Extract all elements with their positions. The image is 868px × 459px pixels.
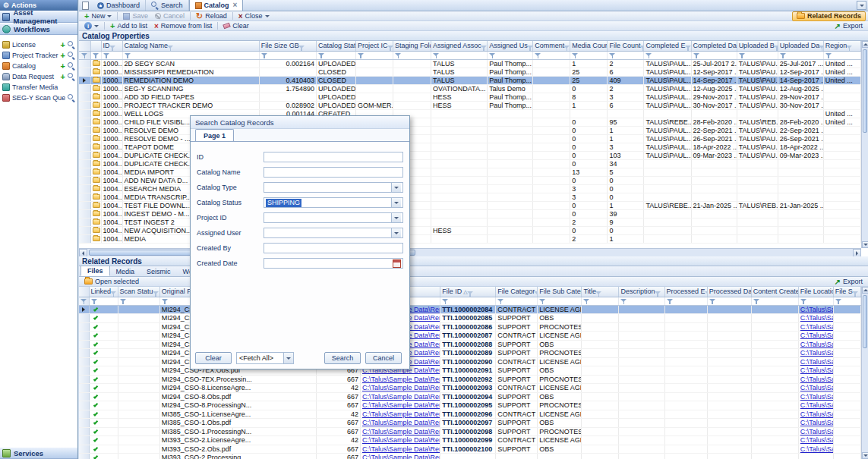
original-file-path-link[interactable]: C:\Talus\Sample Data\RemediationFiles\80… [362, 376, 440, 383]
close-tab-icon[interactable]: × [233, 2, 238, 8]
sidebar-item-license[interactable]: License+ [0, 39, 77, 50]
column-header-media-coun[interactable]: Media Coun [570, 41, 608, 51]
search-icon[interactable] [68, 62, 75, 70]
original-file-path-link[interactable]: C:\Talus\Sample Data\RemediationFiles\80… [362, 436, 440, 444]
filter-cell[interactable] [582, 297, 619, 305]
tab-catalog[interactable]: Catalog× [189, 0, 244, 11]
file-location-link[interactable]: C:\Talus\Sa... [800, 393, 834, 401]
view-options-button[interactable]: i [81, 21, 102, 30]
column-header-file-size-gb[interactable]: File Size GB [259, 41, 316, 51]
catalog-row[interactable]: 1000...2D SEGY SCAN0.002164UPLOADEDTALUS… [79, 59, 861, 68]
filter-cell[interactable] [440, 297, 496, 305]
scroll-down-icon[interactable] [862, 452, 868, 459]
filter-cell[interactable] [619, 297, 664, 305]
files-vertical-scrollbar[interactable] [861, 287, 868, 459]
scroll-down-icon[interactable] [862, 241, 868, 248]
file-location-link[interactable]: C:\Talus\Sa... [800, 358, 834, 366]
open-selected-button[interactable]: Open selected [81, 277, 142, 286]
catalog-status-field[interactable]: SHIPPING [264, 197, 403, 208]
add-icon[interactable]: + [61, 74, 65, 80]
filter-icon[interactable] [685, 45, 691, 51]
catalog-type-field[interactable] [264, 182, 403, 193]
sidebar-section-asset-management[interactable]: Asset Management [0, 11, 77, 23]
sidebar-item-seg-y-scan-queue[interactable]: SEG-Y Scan Queue [0, 93, 77, 103]
file-location-link[interactable]: C:\Talus\Sa... [800, 341, 834, 348]
original-file-path-link[interactable]: C:\Talus\Sample Data\RemediationFiles\80… [362, 393, 440, 401]
filter-cell[interactable] [496, 297, 538, 305]
catalog-row[interactable]: 1000...ADD 3D FIELD TAPESUPLOADEDHESSPau… [79, 93, 861, 101]
column-header-file-count[interactable]: File Count [608, 41, 644, 51]
filter-cell[interactable] [79, 297, 89, 305]
filter-cell[interactable] [89, 297, 118, 305]
search-icon[interactable] [68, 41, 75, 49]
file-row[interactable]: MI385_CSO-1.ProcessingN...667C:\Talus\Sa… [79, 427, 861, 436]
filter-cell[interactable] [737, 51, 778, 59]
column-header-uploaded-b[interactable]: Uploaded B [737, 41, 778, 51]
filter-cell[interactable] [316, 51, 355, 59]
catalog-vertical-scrollbar[interactable] [861, 41, 868, 248]
file-location-link[interactable]: C:\Talus\Sa... [800, 366, 834, 374]
column-header-catalog-statu[interactable]: Catalog Statu [316, 41, 355, 51]
file-location-link[interactable]: C:\Talus\Sa... [800, 332, 834, 339]
column-header-id[interactable]: ID [101, 41, 122, 51]
tab-dashboard[interactable]: Dashboard [92, 0, 146, 11]
file-location-link[interactable]: C:\Talus\Sa... [800, 419, 834, 426]
column-header-blank[interactable] [79, 287, 89, 297]
file-location-link[interactable]: C:\Talus\Sa... [800, 323, 834, 331]
tab-seismic[interactable]: Seismic [140, 266, 177, 276]
catalog-row[interactable]: 1000...SEG-Y SCANNING1.754890UPLOADEDOVA… [79, 84, 861, 93]
column-header-description[interactable]: Description [619, 287, 664, 297]
column-header-catalog-name[interactable]: Catalog Name [122, 41, 259, 51]
filter-cell[interactable] [664, 297, 707, 305]
column-header-linked[interactable]: Linked [89, 287, 118, 297]
filter-cell[interactable] [533, 51, 570, 59]
filter-icon[interactable] [110, 291, 116, 297]
original-file-path-link[interactable]: C:\Talus\Sample Data\RemediationFiles\80… [362, 428, 440, 435]
catalog-row[interactable]: 1000...PROJECT TRACKER DEMO0.028902UPLOA… [79, 101, 861, 109]
tab-list-dropdown[interactable] [857, 1, 866, 10]
catalog-row[interactable]: 1000...MISSISSIPPI REMEDIATIONCLOSEDTALU… [79, 68, 861, 76]
chevron-down-icon[interactable] [391, 213, 401, 222]
column-header-comment[interactable]: Comment [533, 41, 570, 51]
filter-cell[interactable] [751, 297, 798, 305]
export-button[interactable]: ↗ Export [832, 21, 866, 30]
filter-icon[interactable] [527, 45, 533, 51]
scroll-left-icon[interactable] [79, 249, 87, 256]
file-location-link[interactable]: C:\Talus\Sa... [800, 401, 834, 409]
search-icon[interactable] [68, 73, 75, 80]
calendar-icon[interactable] [393, 259, 401, 268]
filter-icon[interactable] [595, 291, 601, 297]
filter-cell[interactable] [90, 51, 101, 59]
scroll-up-icon[interactable] [862, 287, 868, 294]
filter-cell[interactable] [488, 51, 533, 59]
file-location-link[interactable]: C:\Talus\Sa... [800, 436, 834, 444]
id-field[interactable] [264, 152, 403, 162]
related-export-button[interactable]: ↗ Export [832, 277, 866, 286]
column-header-file-id[interactable]: File ID△ [440, 287, 496, 297]
column-header-processed-da[interactable]: Processed Da [707, 287, 751, 297]
column-header-region[interactable]: Region [823, 41, 860, 51]
column-header-content-created[interactable]: Content Created [751, 287, 798, 297]
original-file-path-link[interactable]: C:\Talus\Sample Data\RemediationFiles\80… [362, 454, 440, 459]
dialog-clear-button[interactable]: Clear [195, 352, 232, 364]
filter-icon[interactable] [467, 291, 473, 297]
file-location-link[interactable]: C:\Talus\Sa... [800, 410, 834, 418]
fetch-mode-dropdown[interactable]: <Fetch All> [236, 352, 294, 364]
catalog-row[interactable]: 1000...REMEDIATION DEMO0.410403CLOSEDTAL… [79, 76, 861, 84]
column-header-file-s[interactable]: File S [833, 287, 860, 297]
cancel-button[interactable]: Cancel [152, 11, 188, 20]
created-by-field[interactable] [264, 243, 403, 253]
filter-cell[interactable] [570, 51, 608, 59]
tab-files[interactable]: Files [80, 266, 110, 276]
save-button[interactable]: Save [120, 11, 151, 20]
column-header-file-sub-categ[interactable]: File Sub Categ [538, 287, 582, 297]
tab-media[interactable]: Media [110, 266, 141, 276]
file-row[interactable]: MI294_CSO-7EX.Processin...667C:\Talus\Sa… [79, 375, 861, 384]
dialog-cancel-button[interactable]: Cancel [365, 352, 402, 364]
column-header-file-categor[interactable]: File Categor [496, 287, 538, 297]
original-file-path-link[interactable]: C:\Talus\Sample Data\RemediationFiles\80… [362, 410, 440, 418]
filter-cell[interactable] [798, 297, 833, 305]
clear-button[interactable]: Clear [220, 21, 252, 30]
related-records-toggle[interactable]: Related Records [792, 11, 866, 21]
scrollbar-thumb[interactable] [863, 49, 867, 133]
